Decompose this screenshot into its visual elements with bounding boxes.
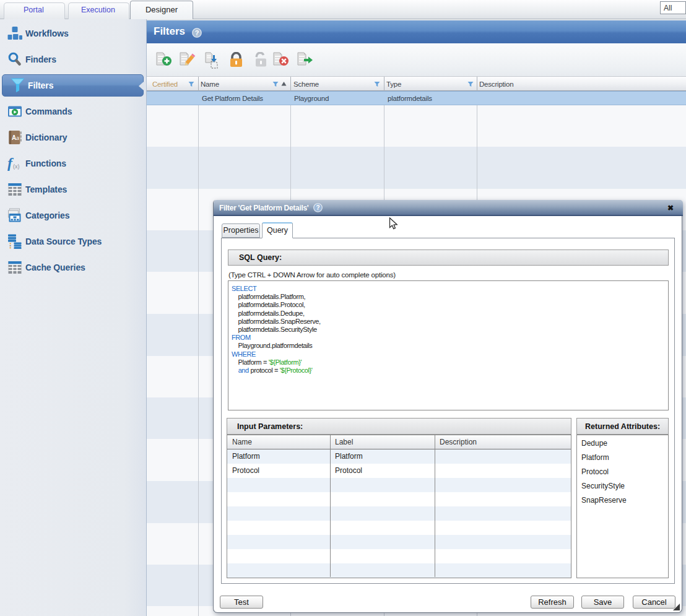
svg-text:?: ? xyxy=(316,204,319,211)
svg-text:a: a xyxy=(16,135,19,141)
svg-text:?: ? xyxy=(195,29,199,37)
svg-text:(x): (x) xyxy=(13,163,20,170)
